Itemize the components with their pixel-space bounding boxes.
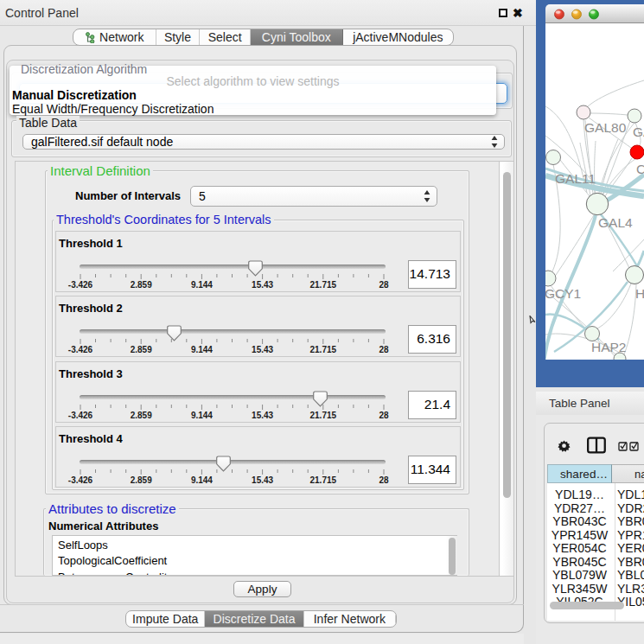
svg-text:GA: GA [633, 124, 644, 139]
svg-text:H: H [635, 286, 644, 301]
svg-text:GAL4: GAL4 [598, 215, 633, 230]
svg-text:GAL11: GAL11 [555, 171, 596, 186]
svg-text:GCY1: GCY1 [545, 286, 581, 301]
svg-text:C: C [636, 162, 644, 176]
svg-text:GAL80: GAL80 [584, 120, 627, 135]
svg-text:HAP2: HAP2 [591, 340, 627, 354]
